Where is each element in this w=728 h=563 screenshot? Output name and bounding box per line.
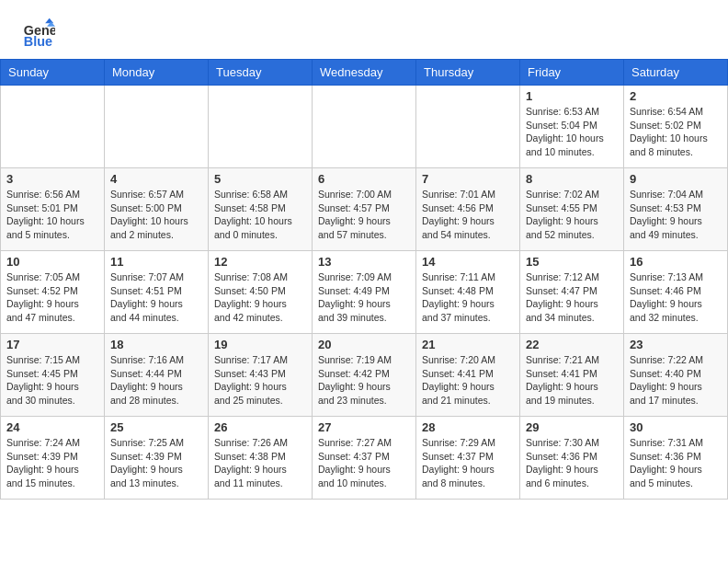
calendar-day-cell (105, 86, 209, 168)
page-header: General Blue (0, 0, 728, 59)
day-number: 18 (110, 338, 202, 351)
calendar-week-row: 1Sunrise: 6:53 AM Sunset: 5:04 PM Daylig… (1, 86, 728, 168)
day-info: Sunrise: 7:07 AM Sunset: 4:51 PM Dayligh… (110, 270, 202, 325)
day-number: 21 (422, 338, 514, 351)
day-info: Sunrise: 7:08 AM Sunset: 4:50 PM Dayligh… (214, 270, 306, 325)
day-info: Sunrise: 7:12 AM Sunset: 4:47 PM Dayligh… (526, 270, 618, 325)
calendar-day-cell (1, 86, 105, 168)
day-number: 28 (422, 420, 514, 434)
calendar-day-cell: 14Sunrise: 7:11 AM Sunset: 4:48 PM Dayli… (416, 251, 520, 334)
day-info: Sunrise: 7:21 AM Sunset: 4:41 PM Dayligh… (526, 353, 618, 408)
calendar-day-cell (416, 86, 520, 168)
calendar-day-cell: 11Sunrise: 7:07 AM Sunset: 4:51 PM Dayli… (105, 251, 209, 334)
day-info: Sunrise: 7:25 AM Sunset: 4:39 PM Dayligh… (110, 436, 202, 490)
day-info: Sunrise: 7:01 AM Sunset: 4:56 PM Dayligh… (422, 188, 514, 242)
calendar-table: SundayMondayTuesdayWednesdayThursdayFrid… (0, 59, 728, 500)
calendar-day-cell: 9Sunrise: 7:04 AM Sunset: 4:53 PM Daylig… (624, 168, 728, 251)
day-info: Sunrise: 6:58 AM Sunset: 4:58 PM Dayligh… (214, 188, 306, 242)
day-info: Sunrise: 7:29 AM Sunset: 4:37 PM Dayligh… (422, 436, 514, 490)
day-number: 17 (6, 338, 98, 351)
day-info: Sunrise: 7:27 AM Sunset: 4:37 PM Dayligh… (318, 436, 410, 490)
day-number: 25 (110, 420, 202, 434)
calendar-day-cell: 30Sunrise: 7:31 AM Sunset: 4:36 PM Dayli… (624, 417, 728, 500)
day-number: 11 (110, 255, 202, 269)
day-info: Sunrise: 7:24 AM Sunset: 4:39 PM Dayligh… (6, 436, 98, 490)
day-number: 8 (526, 172, 618, 186)
day-number: 24 (6, 420, 98, 434)
calendar-day-cell: 26Sunrise: 7:26 AM Sunset: 4:38 PM Dayli… (209, 417, 313, 500)
calendar-day-cell: 4Sunrise: 6:57 AM Sunset: 5:00 PM Daylig… (105, 168, 209, 251)
day-number: 1 (526, 89, 618, 103)
weekday-header-row: SundayMondayTuesdayWednesdayThursdayFrid… (1, 60, 728, 86)
day-number: 5 (214, 172, 306, 186)
svg-marker-2 (45, 18, 53, 23)
calendar-day-cell: 12Sunrise: 7:08 AM Sunset: 4:50 PM Dayli… (209, 251, 313, 334)
day-info: Sunrise: 7:05 AM Sunset: 4:52 PM Dayligh… (6, 270, 98, 325)
day-info: Sunrise: 6:54 AM Sunset: 5:02 PM Dayligh… (630, 105, 722, 159)
day-number: 26 (214, 420, 306, 434)
calendar-day-cell: 24Sunrise: 7:24 AM Sunset: 4:39 PM Dayli… (1, 417, 105, 500)
day-number: 23 (630, 338, 722, 351)
calendar-day-cell: 21Sunrise: 7:20 AM Sunset: 4:41 PM Dayli… (416, 334, 520, 417)
day-number: 14 (422, 255, 514, 269)
calendar-day-cell: 13Sunrise: 7:09 AM Sunset: 4:49 PM Dayli… (313, 251, 416, 334)
calendar-day-cell: 15Sunrise: 7:12 AM Sunset: 4:47 PM Dayli… (520, 251, 624, 334)
day-number: 6 (318, 172, 410, 186)
calendar-day-cell: 6Sunrise: 7:00 AM Sunset: 4:57 PM Daylig… (313, 168, 416, 251)
calendar-day-cell (209, 86, 313, 168)
day-number: 9 (630, 172, 722, 186)
calendar-day-cell: 25Sunrise: 7:25 AM Sunset: 4:39 PM Dayli… (105, 417, 209, 500)
weekday-header-cell: Sunday (1, 60, 105, 86)
day-info: Sunrise: 7:02 AM Sunset: 4:55 PM Dayligh… (526, 188, 618, 242)
day-info: Sunrise: 6:53 AM Sunset: 5:04 PM Dayligh… (526, 105, 618, 159)
calendar-day-cell: 3Sunrise: 6:56 AM Sunset: 5:01 PM Daylig… (1, 168, 105, 251)
day-info: Sunrise: 6:56 AM Sunset: 5:01 PM Dayligh… (6, 188, 98, 242)
day-info: Sunrise: 7:04 AM Sunset: 4:53 PM Dayligh… (630, 188, 722, 242)
calendar-day-cell: 28Sunrise: 7:29 AM Sunset: 4:37 PM Dayli… (416, 417, 520, 500)
calendar-day-cell: 29Sunrise: 7:30 AM Sunset: 4:36 PM Dayli… (520, 417, 624, 500)
day-info: Sunrise: 6:57 AM Sunset: 5:00 PM Dayligh… (110, 188, 202, 242)
calendar-day-cell: 1Sunrise: 6:53 AM Sunset: 5:04 PM Daylig… (520, 86, 624, 168)
calendar-day-cell: 5Sunrise: 6:58 AM Sunset: 4:58 PM Daylig… (209, 168, 313, 251)
day-number: 16 (630, 255, 722, 269)
day-number: 19 (214, 338, 306, 351)
calendar-day-cell: 27Sunrise: 7:27 AM Sunset: 4:37 PM Dayli… (313, 417, 416, 500)
day-number: 2 (630, 89, 722, 103)
day-info: Sunrise: 7:11 AM Sunset: 4:48 PM Dayligh… (422, 270, 514, 325)
day-info: Sunrise: 7:30 AM Sunset: 4:36 PM Dayligh… (526, 436, 618, 490)
calendar-day-cell: 10Sunrise: 7:05 AM Sunset: 4:52 PM Dayli… (1, 251, 105, 334)
calendar-day-cell: 19Sunrise: 7:17 AM Sunset: 4:43 PM Dayli… (209, 334, 313, 417)
calendar-day-cell: 20Sunrise: 7:19 AM Sunset: 4:42 PM Dayli… (313, 334, 416, 417)
day-number: 30 (630, 420, 722, 434)
calendar-week-row: 24Sunrise: 7:24 AM Sunset: 4:39 PM Dayli… (1, 417, 728, 500)
logo-icon: General Blue (22, 17, 55, 50)
weekday-header-cell: Thursday (416, 60, 520, 86)
calendar-day-cell: 8Sunrise: 7:02 AM Sunset: 4:55 PM Daylig… (520, 168, 624, 251)
day-number: 15 (526, 255, 618, 269)
day-info: Sunrise: 7:19 AM Sunset: 4:42 PM Dayligh… (318, 353, 410, 408)
day-info: Sunrise: 7:16 AM Sunset: 4:44 PM Dayligh… (110, 353, 202, 408)
weekday-header-cell: Saturday (624, 60, 728, 86)
logo: General Blue (22, 17, 55, 50)
day-info: Sunrise: 7:09 AM Sunset: 4:49 PM Dayligh… (318, 270, 410, 325)
day-info: Sunrise: 7:26 AM Sunset: 4:38 PM Dayligh… (214, 436, 306, 490)
day-number: 3 (6, 172, 98, 186)
day-info: Sunrise: 7:15 AM Sunset: 4:45 PM Dayligh… (6, 353, 98, 408)
calendar-week-row: 17Sunrise: 7:15 AM Sunset: 4:45 PM Dayli… (1, 334, 728, 417)
day-number: 22 (526, 338, 618, 351)
calendar-day-cell: 16Sunrise: 7:13 AM Sunset: 4:46 PM Dayli… (624, 251, 728, 334)
calendar-day-cell: 7Sunrise: 7:01 AM Sunset: 4:56 PM Daylig… (416, 168, 520, 251)
day-number: 29 (526, 420, 618, 434)
day-info: Sunrise: 7:31 AM Sunset: 4:36 PM Dayligh… (630, 436, 722, 490)
day-number: 27 (318, 420, 410, 434)
day-number: 10 (6, 255, 98, 269)
calendar-day-cell: 23Sunrise: 7:22 AM Sunset: 4:40 PM Dayli… (624, 334, 728, 417)
calendar-body: 1Sunrise: 6:53 AM Sunset: 5:04 PM Daylig… (1, 86, 728, 500)
calendar-day-cell: 18Sunrise: 7:16 AM Sunset: 4:44 PM Dayli… (105, 334, 209, 417)
calendar-day-cell (313, 86, 416, 168)
day-number: 4 (110, 172, 202, 186)
svg-text:Blue: Blue (24, 34, 52, 49)
day-number: 13 (318, 255, 410, 269)
day-number: 12 (214, 255, 306, 269)
calendar-day-cell: 22Sunrise: 7:21 AM Sunset: 4:41 PM Dayli… (520, 334, 624, 417)
